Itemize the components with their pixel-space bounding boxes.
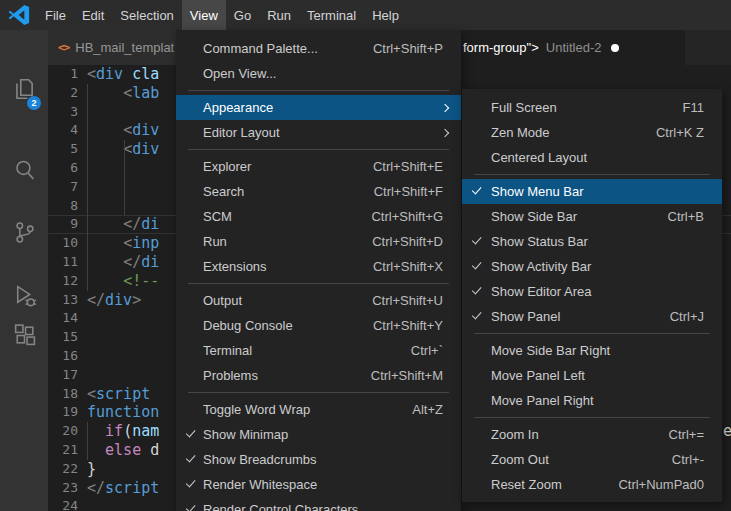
menu-item-scm[interactable]: SCMCtrl+Shift+G bbox=[176, 204, 461, 229]
modified-dot-icon[interactable] bbox=[611, 44, 619, 52]
menubar-item-go[interactable]: Go bbox=[226, 0, 259, 30]
menu-item-terminal[interactable]: TerminalCtrl+` bbox=[176, 338, 461, 363]
menu-item-output[interactable]: OutputCtrl+Shift+U bbox=[176, 288, 461, 313]
menu-item-shortcut: Ctrl+Shift+P bbox=[345, 41, 443, 56]
menu-item-explorer[interactable]: ExplorerCtrl+Shift+E bbox=[176, 154, 461, 179]
menu-item-label: Show Side Bar bbox=[491, 209, 577, 224]
menu-item-show-activity-bar[interactable]: Show Activity Bar bbox=[462, 254, 722, 279]
menu-item-label: Show Minimap bbox=[203, 427, 288, 442]
badge-count: 2 bbox=[27, 96, 41, 110]
menu-item-search[interactable]: SearchCtrl+Shift+F bbox=[176, 179, 461, 204]
menu-separator bbox=[474, 174, 710, 175]
line-number: 3 bbox=[48, 103, 78, 122]
line-number: 4 bbox=[48, 121, 78, 140]
menu-item-label: Search bbox=[203, 184, 244, 199]
menu-item-editor-layout[interactable]: Editor Layout bbox=[176, 120, 461, 145]
code-text: <div bbox=[78, 121, 159, 140]
tab-label: HB_mail_templat bbox=[75, 40, 174, 55]
menubar-item-view[interactable]: View bbox=[182, 0, 226, 30]
menu-item-move-panel-left[interactable]: Move Panel Left bbox=[462, 363, 722, 388]
code-text: <!-- bbox=[78, 272, 159, 291]
menu-item-debug-console[interactable]: Debug ConsoleCtrl+Shift+Y bbox=[176, 313, 461, 338]
menu-item-run[interactable]: RunCtrl+Shift+D bbox=[176, 229, 461, 254]
menubar-item-help[interactable]: Help bbox=[364, 0, 407, 30]
menu-item-shortcut: Ctrl+` bbox=[383, 343, 443, 358]
menu-item-show-minimap[interactable]: Show Minimap bbox=[176, 422, 461, 447]
code-text: function bbox=[78, 403, 159, 422]
code-text: </di bbox=[78, 253, 159, 272]
menu-item-shortcut: Ctrl+- bbox=[644, 452, 704, 467]
code-text bbox=[78, 103, 87, 122]
menu-item-shortcut: Ctrl+J bbox=[642, 309, 704, 324]
code-text: else d bbox=[78, 441, 159, 460]
menu-item-move-panel-right[interactable]: Move Panel Right bbox=[462, 388, 722, 413]
menu-item-open-view[interactable]: Open View... bbox=[176, 61, 461, 86]
menu-item-appearance[interactable]: Appearance bbox=[176, 95, 461, 120]
menu-item-show-panel[interactable]: Show PanelCtrl+J bbox=[462, 304, 722, 329]
tab-label-secondary: Untitled-2 bbox=[546, 40, 602, 55]
activitybar-extensions-icon[interactable] bbox=[0, 310, 48, 358]
menu-item-label: Open View... bbox=[203, 66, 276, 81]
title-bar: FileEditSelectionViewGoRunTerminalHelp bbox=[0, 0, 731, 30]
menu-item-render-control-characters[interactable]: Render Control Characters bbox=[176, 497, 461, 511]
menu-separator bbox=[188, 283, 449, 284]
menu-item-render-whitespace[interactable]: Render Whitespace bbox=[176, 472, 461, 497]
vscode-logo-icon bbox=[0, 0, 37, 30]
line-number: 19 bbox=[48, 403, 78, 422]
menu-item-command-palette[interactable]: Command Palette...Ctrl+Shift+P bbox=[176, 36, 461, 61]
line-number: 7 bbox=[48, 178, 78, 197]
line-number: 11 bbox=[48, 253, 78, 272]
checkmark-icon bbox=[186, 427, 195, 437]
tab-hb-mail-template[interactable]: <> HB_mail_templat bbox=[48, 30, 179, 65]
view-menu: Command Palette...Ctrl+Shift+POpen View.… bbox=[176, 30, 461, 511]
menu-item-show-breadcrumbs[interactable]: Show Breadcrumbs bbox=[176, 447, 461, 472]
menu-item-label: Move Side Bar Right bbox=[491, 343, 610, 358]
code-text: <div bbox=[78, 140, 159, 159]
menu-item-shortcut: Ctrl+Shift+G bbox=[343, 209, 443, 224]
menu-separator bbox=[474, 417, 710, 418]
menubar-item-run[interactable]: Run bbox=[259, 0, 299, 30]
code-text: <script bbox=[78, 385, 150, 404]
menu-item-show-status-bar[interactable]: Show Status Bar bbox=[462, 229, 722, 254]
menu-item-extensions[interactable]: ExtensionsCtrl+Shift+X bbox=[176, 254, 461, 279]
menu-item-shortcut: Ctrl+Shift+X bbox=[345, 259, 443, 274]
line-number: 6 bbox=[48, 159, 78, 178]
menubar-item-selection[interactable]: Selection bbox=[112, 0, 181, 30]
line-number: 8 bbox=[48, 197, 78, 216]
activitybar-source-control-icon[interactable] bbox=[0, 208, 48, 256]
menu-item-shortcut: Ctrl+NumPad0 bbox=[590, 477, 704, 492]
menu-item-label: Move Panel Right bbox=[491, 393, 594, 408]
menu-item-label: Show Activity Bar bbox=[491, 259, 591, 274]
checkmark-icon bbox=[472, 309, 481, 319]
menu-item-label: Command Palette... bbox=[203, 41, 318, 56]
menu-item-problems[interactable]: ProblemsCtrl+Shift+M bbox=[176, 363, 461, 388]
menu-item-label: Full Screen bbox=[491, 100, 557, 115]
code-text bbox=[78, 197, 87, 216]
menu-item-show-menu-bar[interactable]: Show Menu Bar bbox=[462, 179, 722, 204]
menu-item-zoom-in[interactable]: Zoom InCtrl+= bbox=[462, 422, 722, 447]
menu-item-show-editor-area[interactable]: Show Editor Area bbox=[462, 279, 722, 304]
menu-item-zen-mode[interactable]: Zen ModeCtrl+K Z bbox=[462, 120, 722, 145]
activitybar-explorer-icon[interactable]: 2 bbox=[0, 65, 48, 113]
indent-guide bbox=[87, 422, 88, 460]
activitybar-search-icon[interactable] bbox=[0, 145, 48, 193]
menubar-item-terminal[interactable]: Terminal bbox=[299, 0, 364, 30]
menubar-item-file[interactable]: File bbox=[37, 0, 74, 30]
tab-untitled-2[interactable]: form-group"> Untitled-2 bbox=[448, 30, 685, 65]
menubar-item-edit[interactable]: Edit bbox=[74, 0, 112, 30]
menu-item-centered-layout[interactable]: Centered Layout bbox=[462, 145, 722, 170]
line-number: 24 bbox=[48, 497, 78, 511]
checkmark-icon bbox=[186, 502, 195, 511]
menu-item-zoom-out[interactable]: Zoom OutCtrl+- bbox=[462, 447, 722, 472]
menu-item-reset-zoom[interactable]: Reset ZoomCtrl+NumPad0 bbox=[462, 472, 722, 497]
checkmark-icon bbox=[472, 259, 481, 269]
menu-separator bbox=[188, 90, 449, 91]
menu-item-toggle-word-wrap[interactable]: Toggle Word WrapAlt+Z bbox=[176, 397, 461, 422]
menu-item-label: Move Panel Left bbox=[491, 368, 585, 383]
menu-item-shortcut: F11 bbox=[655, 100, 704, 115]
menu-item-full-screen[interactable]: Full ScreenF11 bbox=[462, 95, 722, 120]
menu-item-label: Debug Console bbox=[203, 318, 293, 333]
menu-item-label: Terminal bbox=[203, 343, 252, 358]
menu-item-move-side-bar-right[interactable]: Move Side Bar Right bbox=[462, 338, 722, 363]
menu-item-show-side-bar[interactable]: Show Side BarCtrl+B bbox=[462, 204, 722, 229]
